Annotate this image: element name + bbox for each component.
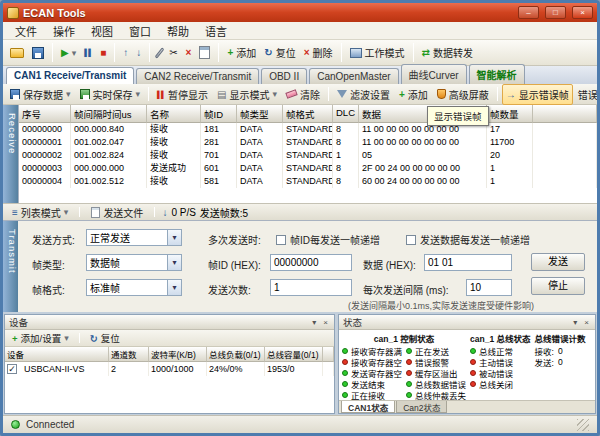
pause-button[interactable]: ▌▌	[81, 47, 95, 58]
reset-label: 复位	[276, 45, 296, 60]
device-add-settings-button[interactable]: +添加/设置▾	[8, 328, 73, 348]
send-button[interactable]: 发送	[531, 253, 585, 271]
control-status-header: can_1 控制状态	[342, 332, 466, 345]
shield-icon	[437, 89, 446, 99]
frame-type-select[interactable]: 数据帧▾	[86, 254, 182, 271]
stop-button[interactable]: 停止	[531, 277, 585, 295]
download-button[interactable]: ↓	[133, 45, 144, 60]
save-data-label: 保存数据	[23, 87, 63, 102]
menu-item-operation[interactable]: 操作	[45, 22, 83, 40]
tab-canopenmaster[interactable]: CanOpenMaster	[309, 68, 398, 84]
receive-table-empty-area[interactable]	[19, 188, 597, 203]
col-seq[interactable]: 序号	[19, 105, 71, 123]
col-bus-capacity[interactable]: 总线容量(0/1)	[265, 347, 323, 362]
inc-id-checkbox[interactable]: 帧ID每发送一帧递增	[276, 232, 380, 247]
resize-grip[interactable]	[577, 419, 589, 431]
col-name[interactable]: 名称	[147, 105, 201, 123]
save-button[interactable]	[29, 45, 47, 61]
scissors-icon: ✂	[169, 47, 177, 58]
col-type[interactable]: 帧类型	[237, 105, 283, 123]
frame-id-input[interactable]: 00000000	[270, 254, 352, 271]
tools-button[interactable]	[155, 45, 164, 61]
add-filter-button[interactable]: +添加	[395, 84, 432, 105]
status-led-icon	[342, 392, 348, 398]
separator	[149, 43, 150, 62]
status-tabstrip: CAN1状态 Can2状态	[339, 400, 595, 413]
menu-item-language[interactable]: 语言	[197, 22, 235, 40]
start-button[interactable]: ▶▾	[58, 45, 79, 60]
maximize-button[interactable]: □	[545, 6, 566, 19]
col-dlc[interactable]: DLC	[333, 105, 359, 123]
pause-icon: ▌▌	[84, 49, 92, 56]
pause-display-button[interactable]: ▌▌暂停显示	[153, 84, 212, 105]
menu-item-file[interactable]: 文件	[7, 22, 45, 40]
filter-settings-button[interactable]: 滤波设置	[333, 84, 394, 105]
upload-button[interactable]: ↑	[120, 45, 131, 60]
side-tab-receive[interactable]: Receive	[3, 105, 18, 203]
device-reset-button[interactable]: ↻复位	[86, 328, 124, 348]
panel-menu-icon[interactable]: ▾	[571, 318, 579, 327]
show-error-frames-label: 显示错误帧	[519, 87, 569, 102]
eraser-icon	[285, 89, 297, 98]
panel-menu-icon[interactable]: ▾	[310, 318, 318, 327]
col-format[interactable]: 帧格式	[283, 105, 333, 123]
minimize-button[interactable]: –	[518, 6, 539, 19]
calculator-button[interactable]	[196, 44, 213, 61]
cut-button[interactable]: ✂	[166, 45, 180, 60]
open-folder-button[interactable]	[7, 46, 27, 60]
panel-close-icon[interactable]: ×	[321, 318, 330, 327]
tab-obd2[interactable]: OBD II	[261, 68, 307, 84]
tab-can1-status[interactable]: CAN1状态	[341, 401, 395, 413]
col-channels[interactable]: 通道数	[109, 347, 149, 362]
table-row[interactable]: 00000004 001.002.512 接收 581 DATA STANDAR…	[19, 175, 597, 188]
data-forward-button[interactable]: ⇄数据转发	[419, 43, 476, 62]
stop-button[interactable]: ■	[97, 45, 109, 60]
menu-item-help[interactable]: 帮助	[159, 22, 197, 40]
clear-button[interactable]: 清除	[282, 84, 324, 105]
tab-can2-receive-transmit[interactable]: CAN2 Receive/Transmit	[136, 68, 259, 84]
table-row[interactable]: 00000000 000.000.840 接收 181 DATA STANDAR…	[19, 123, 597, 136]
col-baud[interactable]: 波特率(K/B)	[149, 347, 207, 362]
tab-curve[interactable]: 曲线Curver	[401, 64, 467, 84]
tab-can1-receive-transmit[interactable]: CAN1 Receive/Transmit	[6, 67, 134, 84]
col-count[interactable]: 帧数量	[487, 105, 533, 123]
reset-button[interactable]: ↻复位	[261, 43, 298, 62]
menu-item-window[interactable]: 窗口	[121, 22, 159, 40]
delete-button[interactable]: ×删除	[301, 43, 336, 62]
cell-data: 05	[359, 149, 487, 162]
col-id[interactable]: 帧ID	[201, 105, 237, 123]
frame-type-label: 帧类型:	[32, 257, 65, 272]
data-hex-input[interactable]: 01 01	[424, 254, 512, 271]
frame-format-select[interactable]: 标准帧▾	[86, 279, 182, 296]
inc-data-checkbox[interactable]: 发送数据每发送一帧递增	[406, 232, 530, 247]
send-count-input[interactable]: 1	[270, 279, 352, 296]
interval-input[interactable]: 10	[466, 279, 512, 296]
add-button[interactable]: +添加	[224, 43, 259, 62]
advanced-mask-button[interactable]: 高级屏蔽	[433, 84, 493, 105]
table-row[interactable]: 00000002 001.002.824 接收 701 DATA STANDAR…	[19, 149, 597, 162]
delete-icon-button[interactable]: ×	[183, 45, 195, 60]
cell-name: 接收	[147, 123, 201, 136]
col-interval[interactable]: 帧间隔时间us	[71, 105, 147, 123]
table-row[interactable]: 00000001 001.002.047 接收 281 DATA STANDAR…	[19, 136, 597, 149]
menu-item-view[interactable]: 视图	[83, 22, 121, 40]
col-bus-load[interactable]: 总线负载(0/1)	[207, 347, 265, 362]
work-mode-button[interactable]: 工作模式	[347, 43, 408, 62]
realtime-save-button[interactable]: 实时保存▾	[76, 84, 145, 105]
error-count-value: 0	[558, 346, 563, 356]
device-row[interactable]: USBCAN-II-VS 2 1000/1000 24%/0% 1953/0	[5, 362, 334, 376]
tab-smart-parse[interactable]: 智能解析	[469, 64, 525, 84]
close-button[interactable]: ×	[572, 6, 593, 19]
display-mode-button[interactable]: ▤显示模式▾	[213, 84, 281, 105]
table-row[interactable]: 00000003 000.000.000 发送成功 601 DATA STAND…	[19, 162, 597, 175]
show-error-frames-button[interactable]: →显示错误帧	[502, 84, 573, 105]
cell-filler	[533, 136, 597, 149]
panel-close-icon[interactable]: ×	[582, 318, 591, 327]
device-checkbox[interactable]	[7, 364, 17, 374]
col-device[interactable]: 设备	[5, 347, 109, 362]
app-icon	[7, 7, 19, 19]
side-tab-transmit[interactable]: Transmit	[3, 221, 18, 312]
tab-can2-status[interactable]: Can2状态	[396, 401, 447, 413]
send-mode-select[interactable]: 正常发送▾	[86, 229, 182, 246]
save-data-button[interactable]: 保存数据▾	[6, 84, 75, 105]
